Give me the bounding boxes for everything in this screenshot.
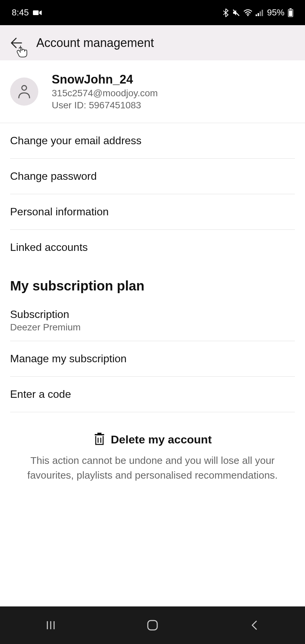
delete-warning: This action cannot be undone and you wil…	[10, 453, 295, 482]
recents-icon	[45, 619, 57, 631]
svg-rect-18	[148, 621, 157, 630]
status-left: 8:45	[12, 7, 42, 18]
app-header: Account management	[0, 25, 305, 60]
content: SnowJohn_24 315c2574@moodjoy.com User ID…	[0, 60, 305, 489]
svg-rect-9	[289, 10, 292, 16]
nav-home-button[interactable]	[142, 615, 163, 635]
menu-item-manage-subscription[interactable]: Manage my subscription	[10, 341, 295, 377]
menu-item-label: Change password	[10, 170, 97, 182]
mute-icon	[232, 9, 240, 17]
video-record-icon	[33, 10, 42, 16]
signal-icon	[256, 9, 264, 16]
svg-rect-5	[260, 11, 261, 16]
user-id: User ID: 5967451083	[52, 100, 158, 111]
svg-rect-4	[258, 13, 259, 16]
nav-back-button[interactable]	[244, 615, 264, 635]
delete-block: Delete my account This action cannot be …	[0, 412, 305, 489]
svg-point-2	[247, 15, 249, 16]
system-nav-bar	[0, 606, 305, 644]
menu-item-subscription[interactable]: Subscription Deezer Premium	[10, 300, 295, 341]
svg-point-10	[22, 86, 27, 90]
section-title-subscription: My subscription plan	[0, 265, 305, 300]
menu-item-change-email[interactable]: Change your email address	[10, 123, 295, 159]
menu-item-enter-code[interactable]: Enter a code	[10, 377, 295, 412]
delete-account-button[interactable]: Delete my account	[93, 432, 212, 446]
svg-rect-11	[97, 433, 101, 434]
status-right: 95%	[223, 7, 293, 18]
subscription-menu: Subscription Deezer Premium Manage my su…	[0, 300, 305, 412]
trash-icon	[93, 432, 105, 446]
back-icon	[250, 619, 259, 631]
menu-item-label: Change your email address	[10, 135, 141, 147]
svg-rect-0	[33, 10, 39, 15]
menu-item-label: Linked accounts	[10, 241, 88, 253]
status-bar: 8:45 95%	[0, 0, 305, 25]
svg-rect-12	[95, 434, 104, 435]
profile-block[interactable]: SnowJohn_24 315c2574@moodjoy.com User ID…	[0, 60, 305, 123]
username: SnowJohn_24	[52, 72, 158, 87]
home-icon	[146, 619, 159, 632]
svg-rect-3	[256, 14, 257, 16]
nav-recents-button[interactable]	[41, 615, 61, 635]
profile-info: SnowJohn_24 315c2574@moodjoy.com User ID…	[52, 72, 158, 111]
person-icon	[17, 84, 31, 99]
menu-item-label: Subscription	[10, 308, 295, 321]
battery-percent: 95%	[267, 7, 285, 18]
account-menu: Change your email address Change passwor…	[0, 123, 305, 265]
avatar	[10, 77, 38, 106]
menu-item-sublabel: Deezer Premium	[10, 322, 295, 333]
menu-item-personal-info[interactable]: Personal information	[10, 194, 295, 230]
menu-item-change-password[interactable]: Change password	[10, 159, 295, 194]
page-title: Account management	[36, 36, 154, 50]
svg-rect-6	[262, 10, 263, 16]
delete-label: Delete my account	[111, 433, 212, 446]
back-button[interactable]	[9, 36, 23, 50]
wifi-icon	[244, 9, 252, 16]
battery-icon	[288, 8, 293, 17]
menu-item-label: Manage my subscription	[10, 353, 127, 365]
email: 315c2574@moodjoy.com	[52, 88, 158, 99]
arrow-left-icon	[9, 36, 23, 50]
status-time: 8:45	[12, 7, 29, 18]
bluetooth-icon	[223, 8, 229, 17]
menu-item-label: Personal information	[10, 206, 108, 218]
menu-item-linked-accounts[interactable]: Linked accounts	[10, 230, 295, 265]
menu-item-label: Enter a code	[10, 388, 71, 400]
